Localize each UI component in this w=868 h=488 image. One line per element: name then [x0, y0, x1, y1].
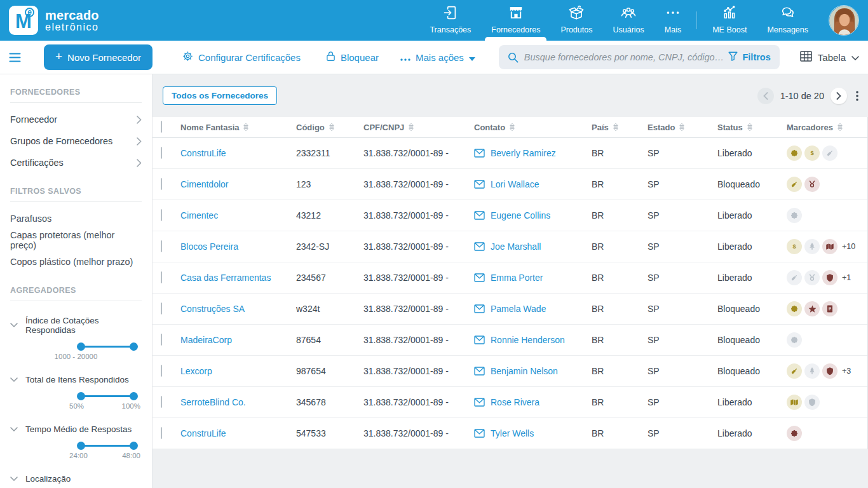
avatar[interactable]	[829, 5, 859, 36]
nav-item-mensagens[interactable]: Mensagens	[757, 0, 818, 41]
row-checkbox[interactable]	[161, 209, 162, 221]
marker-star-icon[interactable]	[804, 301, 820, 316]
row-checkbox[interactable]	[161, 147, 162, 159]
aggregator-header-indice-de-cotacoes-respondidas[interactable]: Índice de Cotações Respondidas	[10, 316, 142, 335]
supplier-name-link[interactable]: MadeiraCorp	[180, 335, 296, 345]
contact-link[interactable]: Emma Porter	[491, 273, 543, 283]
sort-icon[interactable]	[329, 123, 335, 132]
sidebar-item-parafusos[interactable]: Parafusos	[10, 208, 142, 229]
contact-link[interactable]: Tyler Wells	[491, 428, 534, 438]
row-checkbox[interactable]	[161, 334, 162, 346]
contact-link[interactable]: Lori Wallace	[491, 179, 539, 189]
sort-icon[interactable]	[837, 123, 843, 132]
sidebar-item-certificacoes[interactable]: Certificações	[10, 152, 142, 173]
prev-page-button[interactable]	[757, 88, 774, 104]
supplier-name-link[interactable]: Lexcorp	[180, 366, 296, 376]
all-suppliers-chip[interactable]: Todos os Fornecedores	[163, 86, 277, 105]
new-supplier-button[interactable]: + Novo Fornecedor	[44, 44, 153, 70]
nav-item-transacoes[interactable]: Transações	[419, 0, 481, 41]
marker-shield-icon[interactable]	[804, 395, 820, 410]
row-checkbox[interactable]	[161, 427, 162, 439]
supplier-name-link[interactable]: Cimentec	[180, 210, 296, 220]
sidebar-item-copos-plastico-melhor-prazo[interactable]: Copos plástico (melhor prazo)	[10, 251, 142, 273]
range-slider[interactable]	[81, 445, 134, 447]
aggregator-header-total-de-itens-respondidos[interactable]: Total de Itens Respondidos	[10, 375, 142, 384]
marker-bottle-icon[interactable]	[822, 146, 837, 161]
sort-icon[interactable]	[243, 123, 249, 132]
chevron-down-icon	[10, 477, 18, 482]
contact-link[interactable]: Ronnie Henderson	[491, 335, 565, 345]
sort-icon[interactable]	[747, 123, 753, 132]
range-slider[interactable]	[81, 346, 134, 348]
select-all-checkbox[interactable]	[161, 121, 162, 133]
markers-overflow-count[interactable]: +10	[842, 242, 855, 251]
sort-icon[interactable]	[408, 123, 414, 132]
contact-link[interactable]: Pamela Wade	[491, 304, 546, 314]
marker-map-icon[interactable]	[787, 395, 802, 410]
contact-link[interactable]: Eugene Collins	[491, 210, 550, 220]
profile-menu[interactable]	[829, 0, 859, 41]
row-checkbox[interactable]	[161, 240, 162, 252]
contact-link[interactable]: Rose Rivera	[491, 397, 539, 407]
sidebar-item-fornecedor[interactable]: Fornecedor	[10, 109, 142, 130]
marker-tree-icon[interactable]	[804, 363, 820, 379]
marker-medal-icon[interactable]	[804, 177, 820, 192]
supplier-name-link[interactable]: Cimentdolor	[180, 179, 296, 189]
range-slider[interactable]	[81, 395, 134, 397]
supplier-name-link[interactable]: SerroteBlind Co.	[180, 397, 296, 407]
marker-bottle-icon[interactable]	[787, 363, 802, 379]
marker-dollar-icon[interactable]: $	[804, 146, 820, 161]
next-page-button[interactable]	[831, 88, 847, 104]
aggregator-header-tempo-medio-de-respostas[interactable]: Tempo Médio de Respostas	[10, 424, 142, 434]
row-checkbox[interactable]	[161, 271, 162, 283]
marker-map-icon[interactable]	[822, 239, 837, 254]
marker-seal-icon[interactable]	[787, 301, 802, 316]
sidebar-item-capas-protetoras-melhor-preco[interactable]: Capas protetoras (melhor preço)	[10, 229, 142, 251]
supplier-name-link[interactable]: Blocos Pereira	[180, 241, 296, 252]
view-switcher[interactable]: Tabela	[800, 51, 859, 64]
sort-icon[interactable]	[613, 123, 619, 132]
marker-seal-icon[interactable]	[787, 332, 802, 348]
marker-tree-icon[interactable]	[804, 239, 820, 254]
supplier-name-link[interactable]: ConstruLife	[180, 148, 296, 158]
marker-bottle-icon[interactable]	[787, 177, 802, 192]
sidebar-item-grupos-de-fornecedores[interactable]: Grupos de Fornecedores	[10, 130, 142, 152]
supplier-name-link[interactable]: Casa das Ferramentas	[180, 273, 296, 283]
sort-icon[interactable]	[509, 123, 515, 132]
aggregator-header-localizacao[interactable]: Localização	[10, 474, 142, 484]
nav-item-me-boost[interactable]: ME Boost	[702, 0, 757, 41]
contact-link[interactable]: Joe Marshall	[491, 241, 541, 252]
configure-certifications-button[interactable]: Configurar Certificações	[182, 51, 301, 64]
nav-item-mais[interactable]: Mais	[654, 0, 691, 41]
kebab-menu-icon[interactable]	[856, 91, 858, 101]
filters-button[interactable]: Filtros	[728, 51, 770, 63]
contact-link[interactable]: Benjamin Nelson	[491, 366, 558, 376]
search-input[interactable]	[524, 52, 723, 62]
marker-bottle-icon[interactable]	[787, 270, 802, 285]
marker-seal-icon[interactable]	[787, 426, 802, 441]
row-checkbox[interactable]	[161, 396, 162, 408]
markers-overflow-count[interactable]: +1	[842, 273, 851, 282]
marker-medal-icon[interactable]	[804, 270, 820, 285]
marker-document-icon[interactable]	[822, 301, 837, 316]
marker-shield-icon[interactable]	[822, 363, 837, 379]
row-checkbox[interactable]	[161, 365, 162, 377]
marker-seal-icon[interactable]	[787, 146, 802, 161]
block-button[interactable]: Bloquear	[326, 51, 379, 64]
supplier-name-link[interactable]: ConstruLife	[180, 428, 296, 438]
supplier-name-link[interactable]: Construções SA	[180, 304, 296, 314]
more-actions-button[interactable]: Mais ações	[400, 52, 475, 63]
nav-item-fornecedores[interactable]: Fornecedores	[481, 0, 550, 41]
marker-seal-icon[interactable]	[787, 208, 802, 223]
sort-icon[interactable]	[679, 123, 685, 132]
hamburger-icon[interactable]	[9, 53, 21, 62]
row-checkbox[interactable]	[161, 302, 162, 315]
row-checkbox[interactable]	[161, 178, 162, 190]
contact-link[interactable]: Beverly Ramirez	[491, 148, 556, 158]
app-logo[interactable]: M e mercado eletrônico	[9, 0, 99, 41]
nav-item-usuarios[interactable]: Usuários	[602, 0, 654, 41]
markers-overflow-count[interactable]: +3	[842, 367, 851, 376]
nav-item-produtos[interactable]: Produtos	[550, 0, 602, 41]
marker-dollar-icon[interactable]: $	[787, 239, 802, 254]
marker-shield-icon[interactable]	[822, 270, 837, 285]
